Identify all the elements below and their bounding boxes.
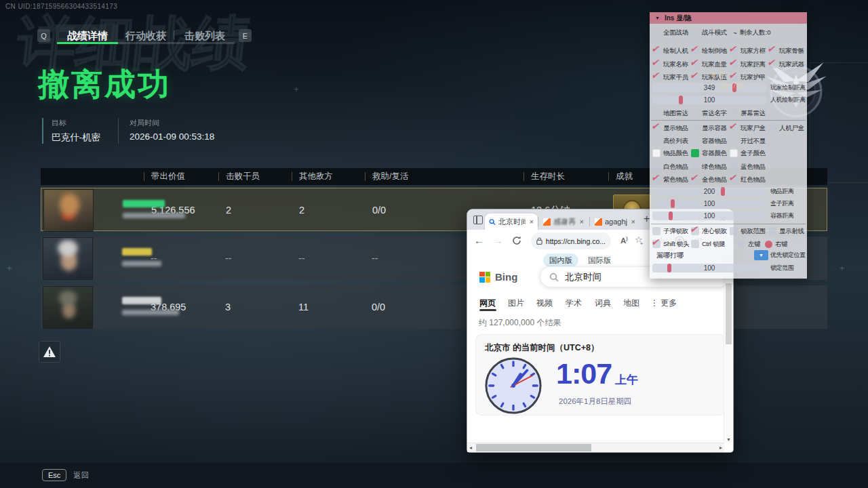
address-bar[interactable]: https://cn.bing.co... <box>531 232 611 249</box>
toggle-player-name[interactable]: 玩家名称 <box>652 60 688 69</box>
overlay-header[interactable]: ▼ Ins 显/隐 <box>650 12 807 24</box>
toggle-purple-items[interactable]: 紫色物品 <box>652 175 688 184</box>
toggle-high-value[interactable]: 高价列表 <box>652 136 688 146</box>
slider-item-distance[interactable]: 200 <box>652 187 766 196</box>
toggle-show-items[interactable]: 显示物品 <box>652 123 688 133</box>
tab-close-icon[interactable]: × <box>580 218 584 226</box>
toggle-player-deathbox[interactable]: 玩家尸盒 <box>730 123 766 133</box>
swatch-item-color[interactable]: 物品颜色 <box>652 148 688 158</box>
bing-tab-videos[interactable]: 视频 <box>536 298 553 309</box>
horizontal-scrollbar[interactable]: ◂ ▸ <box>467 443 724 452</box>
slider-lock-range[interactable]: 100 <box>652 264 766 272</box>
bing-tab-more[interactable]: ⋮ 更多 <box>650 298 677 309</box>
slider-thumb[interactable] <box>667 264 671 272</box>
toggle-container-items[interactable]: 容器物品 <box>691 136 727 146</box>
swatch-box-color[interactable]: 盒子颜色 <box>730 148 766 158</box>
toggle-bot-deathbox[interactable]: 人机尸盒 <box>768 123 804 133</box>
toggle-map-radar[interactable]: 地图雷达 <box>652 108 688 118</box>
overlay-row-aim-1: 子弹锁敌 准心锁敌 锁敌范围 显示射线 <box>652 226 804 236</box>
vertical-scroll-thumb[interactable] <box>726 283 732 344</box>
bing-logo-icon <box>479 272 490 283</box>
toggle-red-items[interactable]: 红色物品 <box>730 175 766 184</box>
bing-tab-web[interactable]: 网页 <box>479 298 496 309</box>
priority-dropdown-value[interactable]: 漏哪打哪 <box>656 250 684 260</box>
horizontal-scroll-thumb[interactable] <box>476 444 591 451</box>
toggle-screen-radar[interactable]: 屏幕雷达 <box>730 108 766 118</box>
slider-container-distance[interactable]: 100 <box>652 211 766 220</box>
tab-close-icon[interactable]: × <box>530 218 534 226</box>
checkbox <box>652 137 660 145</box>
toggle-player-health[interactable]: 玩家血量 <box>691 60 727 69</box>
forward-button[interactable]: → <box>493 235 503 246</box>
tab-layout-icon[interactable] <box>473 216 483 224</box>
toggle-battle-mode[interactable]: 战斗模式 <box>691 28 727 37</box>
toggle-show-containers[interactable]: 显示容器 <box>691 123 727 133</box>
browser-tab-3[interactable]: agaghjj × <box>591 214 639 230</box>
toggle-player-operator[interactable]: 玩家干员 <box>652 73 688 82</box>
favorite-star-icon[interactable]: ☆+ <box>635 235 646 245</box>
slider-player-draw-distance[interactable]: 349 <box>652 83 766 92</box>
toggle-shift-head[interactable]: Shift 锁头 <box>652 239 689 249</box>
slider-bot-draw-distance[interactable]: 100 <box>652 96 766 104</box>
toggle-gold-items[interactable]: 金色物品 <box>691 175 727 184</box>
refresh-icon[interactable] <box>512 236 521 245</box>
slider-thumb[interactable] <box>671 199 675 208</box>
checkbox <box>691 227 699 235</box>
bing-tab-images[interactable]: 图片 <box>508 298 524 309</box>
new-tab-button[interactable]: + <box>644 213 650 225</box>
toggle-lock-range-show[interactable]: 锁敌范围 <box>730 226 766 236</box>
toggle-battlefield[interactable]: 全面战场 <box>652 28 688 37</box>
toggle-bullet-lock[interactable]: 子弹锁敌 <box>652 226 688 236</box>
checkbox <box>691 137 699 145</box>
browser-tab-1[interactable]: 北京时间 × <box>485 214 538 230</box>
checkbox <box>691 47 699 55</box>
swatch-container-color[interactable]: 容器颜色 <box>691 148 727 158</box>
warning-button[interactable] <box>39 341 60 363</box>
back-button[interactable]: ← <box>474 235 484 246</box>
cheat-overlay-panel[interactable]: ▼ Ins 显/隐 全面战场 战斗模式 ~剩余人数:0 绘制人机 绘制倒地 玩家… <box>650 12 807 279</box>
tab-separator <box>174 30 174 40</box>
scroll-left-arrow-icon[interactable]: ◂ <box>469 445 472 451</box>
match-time-label: 对局时间 <box>130 118 214 128</box>
ghost-score-bonus: 2(+75) <box>720 81 744 90</box>
bing-tab-dictionary[interactable]: 词典 <box>595 298 611 309</box>
vertical-scrollbar[interactable]: ▼ <box>724 252 733 443</box>
scroll-down-arrow-icon[interactable]: ▼ <box>726 437 731 442</box>
toggle-radar-name[interactable]: 雷达名字 <box>691 108 727 118</box>
toggle-draw-bots[interactable]: 绘制人机 <box>652 46 688 56</box>
esc-key-button[interactable]: Esc <box>42 469 66 481</box>
slider-box-distance[interactable]: 100 <box>652 199 766 208</box>
toggle-blue-items[interactable]: 蓝色物品 <box>730 162 766 171</box>
toggle-player-weapon[interactable]: 玩家武器 <box>768 60 804 69</box>
toggle-draw-downed[interactable]: 绘制倒地 <box>691 46 727 56</box>
browser-tab-2[interactable]: 感谢再 × <box>539 214 588 230</box>
domestic-version-tab[interactable]: 国内版 <box>543 253 578 267</box>
radio-right-key[interactable]: 右键 <box>765 239 787 249</box>
slider-thumb[interactable] <box>669 211 673 220</box>
toggle-player-distance[interactable]: 玩家距离 <box>730 60 766 69</box>
toggle-player-bones[interactable]: 玩家骨骼 <box>768 46 804 56</box>
toggle-opened-hide[interactable]: 开过不显 <box>730 136 766 146</box>
slider-thumb[interactable] <box>721 187 725 196</box>
toggle-white-items[interactable]: 白色物品 <box>652 162 688 171</box>
scroll-right-arrow-icon[interactable]: ▸ <box>719 445 722 451</box>
overlay-row-colors: 物品颜色 容器颜色 盒子颜色 <box>652 148 804 158</box>
toggle-player-box[interactable]: 玩家方框 <box>730 46 766 56</box>
subtitle-blur-block <box>122 310 179 315</box>
bing-tab-academic[interactable]: 学术 <box>566 298 582 309</box>
radio-left-key[interactable]: 左键 <box>738 239 760 249</box>
tab-close-icon[interactable]: × <box>631 218 635 226</box>
dropdown-arrow-button[interactable]: ▼ <box>754 250 768 260</box>
tab-title: agaghjj <box>605 218 627 226</box>
toggle-ctrl-leg[interactable]: Ctrl 锁腿 <box>691 239 725 249</box>
international-version-tab[interactable]: 国际版 <box>588 256 612 266</box>
bing-logo[interactable]: Bing <box>479 271 517 283</box>
read-aloud-icon[interactable]: A) <box>620 236 628 245</box>
bing-tab-maps[interactable]: 地图 <box>623 298 639 309</box>
toggle-green-items[interactable]: 绿色物品 <box>691 162 727 171</box>
name-blur-block <box>123 200 165 207</box>
toggle-crosshair-lock[interactable]: 准心锁敌 <box>691 226 727 236</box>
current-date: 2026年1月8日星期四 <box>559 396 631 407</box>
toggle-show-ray[interactable]: 显示射线 <box>768 226 804 236</box>
slider-thumb[interactable] <box>679 96 683 104</box>
